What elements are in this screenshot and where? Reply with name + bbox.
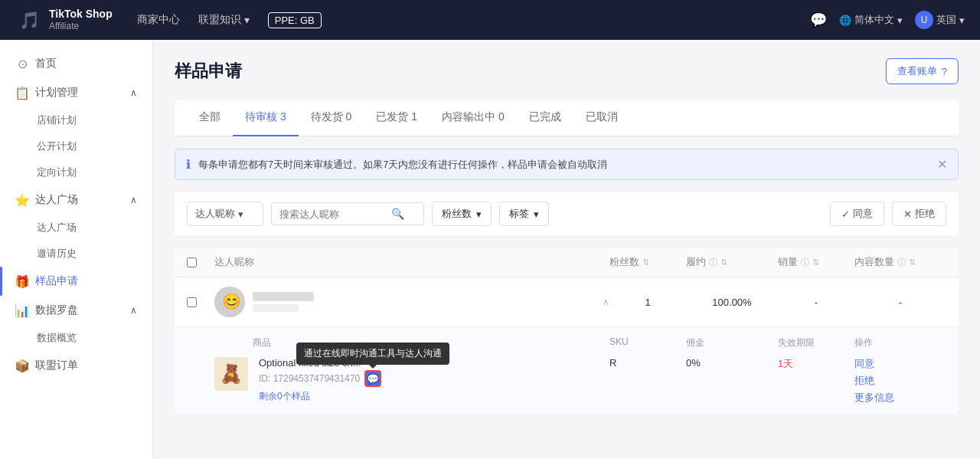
chat-icon[interactable]: 💬	[810, 11, 827, 28]
sidebar-item-targeted-plan[interactable]: 定向计划	[0, 159, 152, 185]
contract-sort-icon[interactable]: ⇅	[720, 257, 727, 267]
tab-completed[interactable]: 已完成	[517, 100, 573, 136]
home-icon: ⊙	[15, 57, 29, 70]
sidebar-item-alliance-orders[interactable]: 📦 联盟订单	[0, 351, 152, 380]
agree-action-button[interactable]: 同意	[854, 357, 946, 371]
sales-sort-icon[interactable]: ⇅	[812, 257, 819, 267]
reject-action-button[interactable]: 拒绝	[854, 374, 946, 388]
fans-chevron-icon: ▾	[476, 208, 482, 220]
search-icon: 🔍	[391, 208, 404, 220]
creator-row: 😊 ∧ 1 100.00% - -	[175, 277, 959, 326]
more-info-button[interactable]: 更多信息	[854, 391, 946, 405]
language-selector[interactable]: 🌐 简体中文 ▾	[839, 13, 903, 27]
tags-filter[interactable]: 标签 ▾	[499, 202, 549, 226]
talent-icon: ⭐	[15, 193, 29, 207]
question-icon: ?	[942, 66, 947, 77]
chat-button[interactable]: 💬	[364, 370, 381, 387]
svg-text:🎵: 🎵	[19, 10, 41, 31]
info-icon: ℹ	[186, 157, 191, 172]
tab-cancelled[interactable]: 已取消	[573, 100, 630, 136]
top-navigation: 🎵 TikTok Shop Affiliate 商家中心 联盟知识 ▾ PPE:…	[0, 0, 980, 40]
plan-icon: 📋	[15, 86, 29, 100]
sidebar-item-talent-plaza[interactable]: 达人广场	[0, 215, 152, 241]
sidebar-item-data-overview[interactable]: 数据概览	[0, 325, 152, 351]
product-info: Optional filled size ch... ID: 172945374…	[253, 357, 609, 403]
topnav-right: 💬 🌐 简体中文 ▾ U 英国 ▾	[810, 11, 965, 29]
svg-text:😊: 😊	[222, 292, 241, 310]
bulk-reject-button[interactable]: ✕ 拒绝	[892, 202, 946, 226]
tab-shipped[interactable]: 已发货 1	[364, 100, 430, 136]
search-creator-input[interactable]	[279, 208, 387, 220]
tab-content-output[interactable]: 内容输出中 0	[430, 100, 517, 136]
plan-chevron-icon: ∧	[130, 87, 137, 98]
region-selector[interactable]: U 英国 ▾	[915, 11, 965, 29]
table-row: 😊 ∧ 1 100.00% - -	[175, 277, 959, 415]
sales-info-icon[interactable]: ⓘ	[801, 257, 809, 268]
fans-sort-icon[interactable]: ⇅	[642, 257, 649, 267]
row-expand-button[interactable]: ∧	[603, 297, 609, 307]
nav-merchant-center[interactable]: 商家中心	[137, 13, 180, 27]
tab-all[interactable]: 全部	[187, 100, 233, 136]
logo-line2: Affiliate	[49, 21, 113, 31]
avatar-image: 😊	[214, 287, 245, 317]
chat-tooltip-wrapper: 💬 通过在线即时沟通工具与达人沟通	[364, 370, 381, 387]
region-chevron-icon: ▾	[959, 15, 965, 26]
tab-pending-ship[interactable]: 待发货 0	[299, 100, 364, 136]
product-commission: 0%	[686, 357, 778, 369]
content-sort-icon[interactable]: ⇅	[909, 257, 916, 267]
select-all-checkbox[interactable]	[187, 257, 197, 267]
filter-chevron-icon: ▾	[238, 208, 243, 220]
logo[interactable]: 🎵 TikTok Shop Affiliate	[15, 6, 113, 34]
fans-filter[interactable]: 粉丝数 ▾	[432, 202, 492, 226]
logo-text: TikTok Shop Affiliate	[49, 8, 113, 31]
product-image: 🧸	[214, 357, 248, 391]
sample-icon: 🎁	[15, 274, 29, 288]
page-header: 样品申请 查看账单 ?	[175, 58, 959, 84]
sidebar-item-store-plan[interactable]: 店铺计划	[0, 107, 152, 133]
view-account-button[interactable]: 查看账单 ?	[886, 58, 959, 84]
creator-details	[253, 292, 314, 312]
notice-close-button[interactable]: ✕	[937, 157, 947, 172]
content-count: -	[854, 297, 946, 308]
row-checkbox[interactable]	[187, 297, 197, 307]
th-content-count: 内容数量 ⓘ ⇅	[854, 255, 946, 269]
sidebar-item-invite-history[interactable]: 邀请历史	[0, 241, 152, 267]
content-info-icon[interactable]: ⓘ	[897, 257, 906, 268]
creator-name-filter[interactable]: 达人昵称 ▾	[187, 202, 263, 226]
creator-name	[253, 292, 314, 301]
sales-count: -	[778, 297, 854, 308]
th-contract: 履约 ⓘ ⇅	[686, 255, 778, 269]
avatar: 😊	[214, 287, 245, 317]
ppe-badge[interactable]: PPE: GB	[268, 12, 322, 28]
th-creator: 达人昵称	[214, 255, 609, 269]
page-title: 样品申请	[175, 60, 242, 83]
sidebar-group-data-compass[interactable]: 📊 数据罗盘 ∧	[0, 296, 152, 325]
sidebar-item-sample-apply[interactable]: 🎁 样品申请	[0, 267, 152, 296]
bulk-agree-button[interactable]: ✓ 同意	[830, 202, 884, 226]
contract-rate: 100.00%	[686, 297, 778, 308]
chevron-down-icon: ▾	[244, 14, 250, 26]
product-detail-section: 商品 SKU 佣金 失效期限 操作 🧸 Optional filled size…	[175, 326, 959, 414]
sidebar-group-plan-management[interactable]: 📋 计划管理 ∧	[0, 78, 152, 107]
orders-icon: 📦	[15, 359, 29, 372]
product-actions: 同意 拒绝 更多信息	[854, 357, 946, 405]
sidebar: ⊙ 首页 📋 计划管理 ∧ 店铺计划 公开计划 定向计划 ⭐ 达人广场 ∧ 达人…	[0, 40, 153, 459]
product-id-row: ID: 17294537479431470 💬 通过在线即时沟通工具与达人沟通	[259, 370, 609, 387]
tiktok-logo-icon: 🎵	[15, 6, 43, 34]
checkmark-icon: ✓	[841, 208, 850, 220]
sub-row-header: 商品 SKU 佣金 失效期限 操作	[214, 336, 946, 349]
contract-info-icon[interactable]: ⓘ	[709, 257, 717, 268]
nav-alliance-knowledge[interactable]: 联盟知识 ▾	[198, 13, 250, 27]
main-content: 样品申请 查看账单 ? 全部 待审核 3 待发货 0 已发货 1 内容输出中 0…	[153, 40, 980, 459]
notice-text: 每条申请您都有7天时间来审核通过。如果7天内您没有进行任何操作，样品申请会被自动…	[198, 158, 607, 172]
data-icon: 📊	[15, 303, 29, 317]
tab-pending[interactable]: 待审核 3	[233, 100, 299, 136]
sidebar-item-open-plan[interactable]: 公开计划	[0, 133, 152, 159]
fans-count: 1	[609, 297, 686, 308]
sidebar-group-talent-square[interactable]: ⭐ 达人广场 ∧	[0, 185, 152, 215]
filter-row: 达人昵称 ▾ 🔍 粉丝数 ▾ 标签 ▾ ✓ 同意 ✕ 拒绝	[175, 192, 959, 235]
tags-chevron-icon: ▾	[534, 208, 539, 220]
creator-id-text	[253, 304, 299, 312]
table-header: 达人昵称 粉丝数 ⇅ 履约 ⓘ ⇅ 销量 ⓘ ⇅ 内容数量	[175, 248, 959, 277]
sidebar-item-home[interactable]: ⊙ 首页	[0, 49, 152, 78]
